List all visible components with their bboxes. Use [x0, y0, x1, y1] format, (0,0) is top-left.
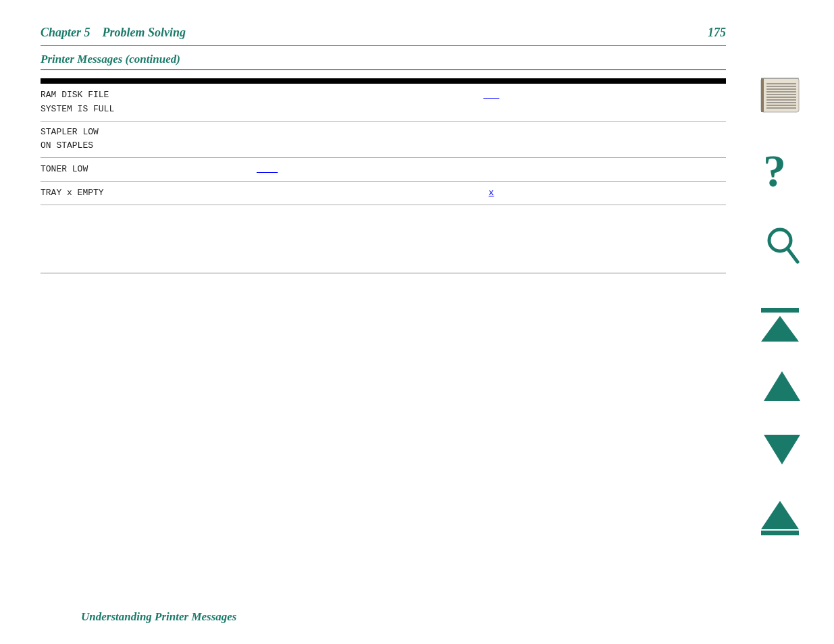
top-arrow-icon[interactable] — [756, 305, 804, 347]
chapter-section: Problem Solving — [103, 26, 186, 39]
search-icon[interactable] — [762, 224, 798, 259]
header-row: Chapter 5 Problem Solving 175 — [41, 0, 726, 45]
ram-disk-line2: SYSTEM IS FULL — [41, 103, 257, 117]
stapler-line1: STAPLER LOW — [41, 126, 726, 140]
message-row-stapler: STAPLER LOW ON STAPLES — [41, 122, 726, 159]
bottom-arrow-icon[interactable] — [756, 495, 804, 537]
svg-line-16 — [787, 248, 798, 262]
message-row-tray: TRAY x EMPTY x — [41, 182, 726, 205]
message-text-col-ram-disk: RAM DISK FILE SYSTEM IS FULL — [41, 88, 257, 117]
bottom-divider — [41, 273, 726, 273]
header-divider — [41, 45, 726, 46]
chapter-number: Chapter 5 — [41, 26, 90, 39]
svg-marker-20 — [764, 435, 800, 464]
message-row-ram-disk: RAM DISK FILE SYSTEM IS FULL ___ — [41, 84, 726, 122]
tray-line1: TRAY x EMPTY — [41, 186, 257, 200]
chapter-title: Chapter 5 Problem Solving — [41, 26, 186, 40]
ram-disk-link[interactable]: ___ — [484, 90, 499, 100]
ram-disk-line1: RAM DISK FILE — [41, 88, 257, 103]
toner-link[interactable]: ____ — [257, 164, 278, 174]
svg-text:?: ? — [763, 145, 786, 196]
svg-rect-1 — [761, 78, 764, 112]
sidebar: ? — [736, 0, 824, 644]
up-arrow-icon[interactable] — [762, 369, 798, 404]
svg-marker-21 — [761, 501, 799, 529]
svg-point-15 — [772, 232, 788, 248]
book-icon[interactable] — [756, 74, 804, 116]
message-content-tray: TRAY x EMPTY x — [41, 186, 726, 200]
down-arrow-icon[interactable] — [762, 432, 798, 467]
thick-bar — [41, 78, 726, 84]
tray-link[interactable]: x — [489, 188, 494, 198]
section-title: Printer Messages (continued) — [41, 53, 726, 66]
ram-disk-link-col: ___ — [257, 88, 726, 100]
message-text-col-tray: TRAY x EMPTY — [41, 186, 257, 200]
message-text-col-toner: TONER LOW — [41, 163, 257, 177]
toner-link-col: ____ — [257, 162, 365, 174]
svg-marker-18 — [761, 316, 799, 342]
message-content-ram-disk: RAM DISK FILE SYSTEM IS FULL ___ — [41, 88, 726, 117]
page-number: 175 — [708, 26, 726, 40]
question-icon[interactable]: ? — [760, 144, 800, 203]
message-row-toner: TONER LOW ____ — [41, 158, 726, 182]
tray-link-col: x — [257, 186, 726, 198]
footer-title: Understanding Printer Messages — [81, 610, 236, 624]
section-divider-top — [41, 69, 726, 70]
toner-line1: TONER LOW — [41, 163, 257, 177]
main-content: Chapter 5 Problem Solving 175 Printer Me… — [41, 0, 726, 644]
spacer — [41, 205, 726, 273]
stapler-line2: ON STAPLES — [41, 139, 726, 153]
svg-rect-22 — [761, 531, 799, 535]
message-content-toner: TONER LOW ____ — [41, 162, 726, 177]
svg-marker-19 — [764, 371, 800, 401]
svg-rect-17 — [761, 308, 799, 313]
